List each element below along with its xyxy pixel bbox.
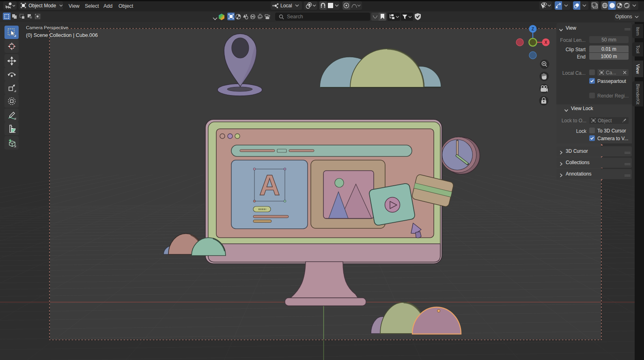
svg-text:X: X <box>545 40 547 45</box>
svg-text:Z: Z <box>532 27 534 31</box>
svg-text:A: A <box>259 169 280 201</box>
